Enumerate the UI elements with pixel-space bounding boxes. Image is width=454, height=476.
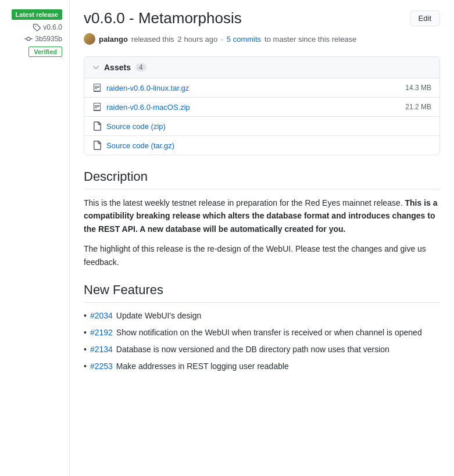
asset-row-source-zip: Source code (zip) [84,117,439,136]
archive-icon-macos [92,102,102,112]
verified-badge: Verified [28,46,62,57]
asset-row: raiden-v0.6.0-linux.tar.gz 14.3 MB [84,78,439,98]
asset-link-linux[interactable]: raiden-v0.6.0-linux.tar.gz [106,84,189,92]
description-section: Description This is the latest weekly te… [84,169,440,269]
feature-text-2034: Update WebUI's design [116,310,201,322]
asset-size-linux: 14.3 MB [405,84,431,92]
feature-text-2134: Database is now versioned and the DB dir… [116,343,389,356]
asset-row-source-tar: Source code (tar.gz) [84,136,439,155]
asset-link-macos[interactable]: raiden-v0.6.0-macOS.zip [106,103,190,112]
source-icon-tar [92,141,102,150]
commits-link[interactable]: 5 commits [227,35,261,44]
issue-link-2034[interactable]: #2034 [90,310,113,322]
assets-header[interactable]: Assets 4 [84,57,439,78]
released-text: released this [131,35,174,44]
sidebar: Latest release v0.6.0 3b5935b Verified [0,0,70,476]
assets-section: Assets 4 raiden-v0.6.0-linux.tar.gz 14.3… [84,56,440,155]
asset-size-macos: 21.2 MB [405,103,431,111]
list-item: #2134 Database is now versioned and the … [84,343,440,356]
release-title: v0.6.0 - Metamorphosis [84,9,242,27]
assets-title: Assets [104,63,131,72]
chevron-down-icon [92,64,99,71]
feature-text-2192: Show notification on the WebUI when tran… [116,327,422,339]
asset-left-linux: raiden-v0.6.0-linux.tar.gz [92,83,189,92]
author-link[interactable]: palango [99,35,128,44]
description-paragraph2: The highlight of this release is the re-… [84,242,440,269]
archive-icon [92,83,102,92]
dot-separator: · [221,35,223,44]
release-header: v0.6.0 - Metamorphosis Edit [84,9,440,27]
feature-text-2253: Make addresses in REST logging user read… [116,360,289,373]
new-features-title: New Features [84,282,440,303]
sidebar-tag-row: v0.6.0 [33,23,62,31]
issue-link-2192[interactable]: #2192 [90,327,113,339]
list-item: #2034 Update WebUI's design [84,310,440,322]
tag-icon [33,23,41,31]
description-paragraph1: This is the latest weekly testnet releas… [84,196,440,235]
issue-link-2134[interactable]: #2134 [90,343,113,356]
avatar [84,33,95,45]
issue-link-2253[interactable]: #2253 [90,360,113,373]
latest-release-badge[interactable]: Latest release [12,9,62,20]
features-section: New Features #2034 Update WebUI's design… [84,282,440,373]
sidebar-commit-row: 3b5935b [24,35,62,43]
time-ago: 2 hours ago [178,35,218,44]
asset-left-macos: raiden-v0.6.0-macOS.zip [92,102,190,112]
assets-count: 4 [135,63,146,71]
main-content: v0.6.0 - Metamorphosis Edit palango rele… [70,0,454,476]
source-icon-zip [92,121,102,131]
edit-button[interactable]: Edit [410,10,440,26]
list-item: #2253 Make addresses in REST logging use… [84,360,440,373]
list-item: #2192 Show notification on the WebUI whe… [84,327,440,339]
sidebar-commit-value: 3b5935b [35,35,62,43]
description-title: Description [84,169,440,189]
description-plain-text: This is the latest weekly testnet releas… [84,198,405,207]
sidebar-tag-value: v0.6.0 [43,23,62,31]
asset-row-macos: raiden-v0.6.0-macOS.zip 21.2 MB [84,98,439,117]
to-master-text: to master since this release [264,35,356,44]
asset-left-source-zip: Source code (zip) [92,121,166,131]
features-list: #2034 Update WebUI's design #2192 Show n… [84,310,440,373]
asset-link-source-zip[interactable]: Source code (zip) [106,122,166,131]
commit-icon [24,35,33,43]
release-meta: palango released this 2 hours ago · 5 co… [84,33,440,45]
asset-link-source-tar[interactable]: Source code (tar.gz) [106,141,174,150]
asset-left-source-tar: Source code (tar.gz) [92,141,174,150]
